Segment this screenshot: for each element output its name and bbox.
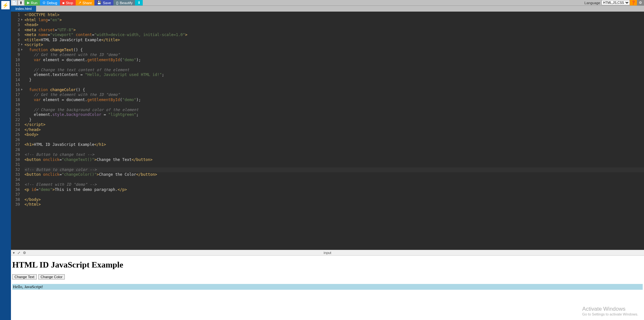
code-area[interactable]: <!DOCTYPE html><html lang="en"><head><me… <box>22 12 644 250</box>
output-toolbar: ▾ ⤢ ⚙ input <box>11 250 644 256</box>
download-button[interactable]: ⬇ <box>135 0 143 5</box>
new-file-button[interactable]: 📄 <box>11 0 17 5</box>
language-select[interactable]: HTML,JS,CSS <box>601 0 630 5</box>
stop-label: Stop <box>66 1 73 5</box>
run-label: Run <box>31 1 37 5</box>
run-button[interactable]: ▶ Run <box>24 0 40 5</box>
help-button[interactable]: ❓ <box>630 0 637 5</box>
upload-button[interactable]: ⬆ <box>18 0 24 5</box>
save-label: Save <box>103 1 111 5</box>
share-button[interactable]: ↗ Share <box>76 0 94 5</box>
tabs-bar: index.html <box>11 6 644 12</box>
change-color-button[interactable]: Change Color <box>38 274 65 279</box>
output-settings-icon[interactable]: ⚙ <box>23 251 26 255</box>
tab-label: index.html <box>15 7 32 11</box>
code-editor[interactable]: 1234567891011121314151617181920212223242… <box>11 12 644 250</box>
toolbar: 📄 ⬆ ▶ Run ⊙ Debug ■ Stop ↗ Share 💾 Save … <box>11 0 644 6</box>
debug-label: Debug <box>47 1 57 5</box>
settings-button[interactable]: ⚙ <box>637 0 644 5</box>
debug-button[interactable]: ⊙ Debug <box>40 0 60 5</box>
beautify-label: Beautify <box>120 1 133 5</box>
expand-icon[interactable]: ⤢ <box>17 251 20 255</box>
output-pane: HTML ID JavaScript Example Change Text C… <box>11 256 644 320</box>
language-label: Language <box>583 0 601 5</box>
file-tab[interactable]: index.html <box>11 6 36 12</box>
line-gutter: 1234567891011121314151617181920212223242… <box>11 12 22 250</box>
demo-paragraph: Hello, JavaScript! <box>12 284 643 290</box>
collapse-icon[interactable]: ▾ <box>13 251 15 255</box>
stop-button[interactable]: ■ Stop <box>60 0 76 5</box>
share-label: Share <box>82 1 92 5</box>
beautify-button[interactable]: {} Beautify <box>113 0 135 5</box>
logo-icon[interactable]: ⚡ <box>1 1 10 9</box>
output-heading: HTML ID JavaScript Example <box>12 260 643 270</box>
change-text-button[interactable]: Change Text <box>12 274 37 279</box>
watermark-subtitle: Go to Settings to activate Windows. <box>582 312 638 316</box>
save-button[interactable]: 💾 Save <box>94 0 113 5</box>
windows-watermark: Activate Windows Go to Settings to activ… <box>582 306 638 316</box>
left-sidebar: ⚡ <box>0 0 11 320</box>
watermark-title: Activate Windows <box>582 306 638 312</box>
output-label: input <box>324 251 332 255</box>
